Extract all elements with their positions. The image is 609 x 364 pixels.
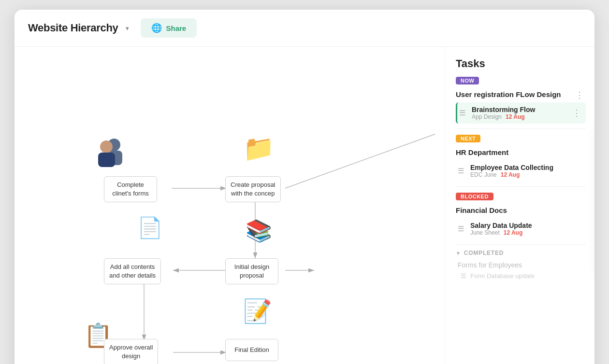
- tasks-title: Tasks: [456, 57, 586, 70]
- task-icon-edc: ☰: [458, 167, 466, 175]
- task-sub-brainstorming: App Design 12 Aug: [472, 113, 566, 120]
- section-title-next: HR Department: [456, 148, 586, 156]
- books-icon: 📚: [242, 218, 276, 243]
- svg-rect-1: [105, 151, 122, 165]
- completed-sub-icon: ☰: [461, 272, 466, 280]
- task-item-edc[interactable]: ☰ Employee Data Collecting EDC June 12 A…: [456, 160, 586, 182]
- task-info-edc: Employee Data Collecting EDC June 12 Aug: [470, 164, 583, 178]
- task-name-salary: Salary Data Update: [470, 222, 583, 229]
- tasks-panel: Tasks NOW User registration FLow Design …: [445, 47, 594, 364]
- badge-next: NEXT: [456, 135, 480, 142]
- divider-1: [456, 128, 586, 129]
- node-final-edition[interactable]: Final Edition: [225, 339, 278, 361]
- header: Website Hierarchy ▾ 🌐 Share: [14, 10, 594, 47]
- divider-2: [456, 186, 586, 187]
- task-item-salary[interactable]: ☰ Salary Data Update June Sheet 12 Aug: [456, 218, 586, 239]
- completed-parent[interactable]: Forms for Employees: [456, 259, 586, 271]
- section-title-blocked: Financial Docs: [456, 206, 586, 214]
- task-name-brainstorming: Brainstorming Flow: [472, 106, 566, 113]
- completed-chevron: ▼: [456, 251, 461, 256]
- task-icon-salary: ☰: [458, 224, 466, 233]
- section-title-now: User registration FLow Design: [456, 90, 561, 98]
- svg-point-2: [100, 140, 113, 153]
- svg-rect-3: [98, 153, 115, 167]
- body: 📁 📄 📚 📝 📋 💰 Completeclinet's forms Creat…: [14, 47, 594, 364]
- globe-icon: 🌐: [151, 23, 162, 33]
- task-sub-salary: June Sheet 12 Aug: [470, 229, 583, 236]
- badge-now: NOW: [456, 77, 479, 84]
- diagram-nodes: 📁 📄 📚 📝 📋 💰 Completeclinet's forms Creat…: [24, 61, 435, 364]
- main-container: Website Hierarchy ▾ 🌐 Share: [14, 10, 594, 364]
- task-item-brainstorming[interactable]: ☰ Brainstorming Flow App Design 12 Aug ⋮: [456, 102, 586, 124]
- section-more-now[interactable]: ⋮: [573, 91, 586, 99]
- completed-header[interactable]: ▼ COMPLETED: [456, 250, 586, 256]
- task-more-brainstorming[interactable]: ⋮: [570, 109, 583, 117]
- task-info-salary: Salary Data Update June Sheet 12 Aug: [470, 222, 583, 236]
- document-edit-icon: 📝: [241, 298, 275, 325]
- diagram-area: 📁 📄 📚 📝 📋 💰 Completeclinet's forms Creat…: [14, 47, 445, 364]
- completed-sub-item[interactable]: ☰ Form Database update: [456, 271, 586, 281]
- page-title: Website Hierarchy: [28, 22, 118, 34]
- task-info-brainstorming: Brainstorming Flow App Design 12 Aug: [472, 106, 566, 120]
- docs-icon: 📄: [133, 216, 167, 239]
- node-complete-form[interactable]: Completeclinet's forms: [104, 176, 157, 202]
- folder-icon: 📁: [242, 134, 276, 163]
- share-button[interactable]: 🌐 Share: [141, 18, 197, 38]
- node-add-contents[interactable]: Add all contentsand other details: [104, 258, 161, 284]
- node-initial-design[interactable]: Initial designproposal: [225, 258, 278, 284]
- svg-point-0: [108, 139, 120, 151]
- task-sub-edc: EDC June 12 Aug: [470, 171, 583, 178]
- dropdown-icon[interactable]: ▾: [126, 25, 129, 32]
- divider-3: [456, 244, 586, 245]
- node-approve-design[interactable]: Approve overalldesign: [104, 339, 158, 364]
- node-create-proposal[interactable]: Create proposalwith the concep: [225, 176, 281, 202]
- badge-blocked: BLOCKED: [456, 193, 493, 200]
- svg-line-10: [285, 129, 435, 188]
- task-icon-brainstorming: ☰: [459, 109, 468, 117]
- task-name-edc: Employee Data Collecting: [470, 164, 583, 171]
- diagram-svg: [24, 61, 435, 364]
